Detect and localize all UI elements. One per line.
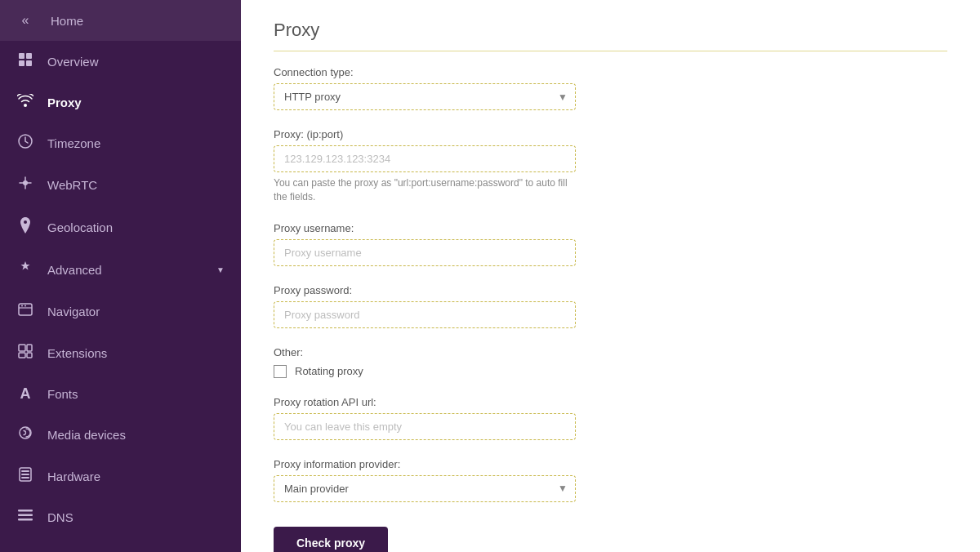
sidebar: « Home Overview Proxy Timezone WebRTC bbox=[0, 0, 241, 552]
sidebar-item-extensions[interactable]: Extensions bbox=[0, 332, 241, 374]
svg-point-8 bbox=[21, 305, 23, 307]
svg-rect-0 bbox=[19, 53, 24, 59]
advanced-arrow-icon: ▼ bbox=[216, 265, 225, 274]
proxy-username-label: Proxy username: bbox=[274, 222, 845, 234]
overview-icon bbox=[16, 52, 34, 71]
connection-type-select-wrapper: HTTP proxy HTTPS proxy SOCKS4 SOCKS5 No … bbox=[274, 83, 576, 110]
svg-rect-17 bbox=[21, 474, 29, 475]
sidebar-item-label: Timezone bbox=[47, 136, 100, 150]
svg-rect-1 bbox=[26, 53, 32, 59]
other-label: Other: bbox=[274, 346, 845, 358]
dns-icon bbox=[16, 509, 34, 525]
sidebar-item-geolocation[interactable]: Geolocation bbox=[0, 206, 241, 249]
sidebar-item-label: Home bbox=[51, 14, 83, 28]
svg-rect-11 bbox=[19, 353, 25, 358]
svg-rect-18 bbox=[21, 477, 29, 479]
rotating-proxy-label: Rotating proxy bbox=[295, 365, 363, 377]
geolocation-icon bbox=[16, 217, 34, 238]
proxy-rotation-field: Proxy rotation API url: bbox=[274, 396, 845, 440]
rotating-proxy-row: Rotating proxy bbox=[274, 365, 845, 378]
proxy-password-label: Proxy password: bbox=[274, 284, 845, 296]
sidebar-item-label: Media devices bbox=[47, 428, 126, 442]
sidebar-item-media-devices[interactable]: Media devices bbox=[0, 414, 241, 456]
proxy-rotation-input[interactable] bbox=[274, 413, 576, 440]
sidebar-item-label: Navigator bbox=[47, 305, 100, 318]
sidebar-item-webrtc[interactable]: WebRTC bbox=[0, 164, 241, 206]
proxy-ip-port-label: Proxy: (ip:port) bbox=[274, 128, 845, 140]
svg-rect-13 bbox=[27, 353, 32, 358]
navigator-icon bbox=[16, 302, 34, 321]
webrtc-icon bbox=[16, 176, 34, 194]
fonts-icon: A bbox=[16, 385, 34, 403]
proxy-rotation-label: Proxy rotation API url: bbox=[274, 396, 845, 408]
extensions-icon bbox=[16, 344, 34, 363]
hardware-icon bbox=[16, 467, 34, 486]
sidebar-item-label: Extensions bbox=[47, 346, 107, 360]
advanced-icon bbox=[16, 260, 34, 279]
sidebar-item-timezone[interactable]: Timezone bbox=[0, 122, 241, 164]
sidebar-item-home[interactable]: « Home bbox=[0, 0, 241, 41]
main-content: Proxy Connection type: HTTP proxy HTTPS … bbox=[241, 0, 980, 552]
sidebar-item-label: Hardware bbox=[47, 470, 100, 483]
proxy-hint-text: You can paste the proxy as "url:port:use… bbox=[274, 176, 576, 204]
svg-point-6 bbox=[24, 220, 27, 224]
svg-rect-20 bbox=[18, 514, 33, 517]
back-arrow-icon: « bbox=[16, 13, 34, 28]
sidebar-item-label: Advanced bbox=[47, 263, 102, 277]
svg-rect-19 bbox=[18, 510, 33, 512]
sidebar-item-label: WebRTC bbox=[47, 178, 97, 192]
media-devices-icon bbox=[16, 425, 34, 444]
svg-rect-21 bbox=[18, 519, 33, 521]
proxy-username-field: Proxy username: bbox=[274, 222, 845, 266]
sidebar-item-navigator[interactable]: Navigator bbox=[0, 291, 241, 332]
proxy-info-provider-select[interactable]: Main provider Secondary provider bbox=[274, 475, 576, 502]
sidebar-item-hardware[interactable]: Hardware bbox=[0, 456, 241, 497]
proxy-info-provider-label: Proxy information provider: bbox=[274, 458, 845, 470]
sidebar-item-fonts[interactable]: A Fonts bbox=[0, 374, 241, 414]
page-title: Proxy bbox=[274, 20, 947, 51]
check-proxy-button[interactable]: Check proxy bbox=[274, 527, 388, 552]
other-section: Other: Rotating proxy bbox=[274, 346, 845, 378]
sidebar-item-proxy[interactable]: Proxy bbox=[0, 82, 241, 122]
svg-rect-12 bbox=[27, 345, 32, 351]
sidebar-item-label: DNS bbox=[47, 510, 74, 524]
svg-rect-3 bbox=[26, 60, 32, 66]
rotating-proxy-checkbox[interactable] bbox=[274, 365, 287, 378]
proxy-password-input[interactable] bbox=[274, 301, 576, 328]
connection-type-label: Connection type: bbox=[274, 66, 845, 78]
timezone-icon bbox=[16, 134, 34, 153]
sidebar-item-label: Fonts bbox=[47, 387, 78, 401]
sidebar-item-label: Proxy bbox=[47, 96, 82, 109]
svg-rect-16 bbox=[21, 470, 29, 472]
sidebar-item-label: Overview bbox=[47, 55, 99, 69]
proxy-wifi-icon bbox=[16, 94, 34, 111]
svg-point-5 bbox=[23, 180, 28, 185]
proxy-form: Connection type: HTTP proxy HTTPS proxy … bbox=[274, 66, 845, 552]
proxy-ip-port-field: Proxy: (ip:port) You can paste the proxy… bbox=[274, 128, 845, 204]
proxy-username-input[interactable] bbox=[274, 239, 576, 266]
proxy-info-provider-select-wrapper: Main provider Secondary provider ▼ bbox=[274, 475, 576, 502]
connection-type-select[interactable]: HTTP proxy HTTPS proxy SOCKS4 SOCKS5 No … bbox=[274, 83, 576, 110]
connection-type-field: Connection type: HTTP proxy HTTPS proxy … bbox=[274, 66, 845, 110]
svg-point-9 bbox=[24, 305, 26, 307]
svg-rect-2 bbox=[19, 60, 24, 66]
proxy-password-field: Proxy password: bbox=[274, 284, 845, 328]
proxy-info-provider-field: Proxy information provider: Main provide… bbox=[274, 458, 845, 502]
proxy-ip-port-input[interactable] bbox=[274, 145, 576, 172]
sidebar-item-overview[interactable]: Overview bbox=[0, 41, 241, 82]
svg-rect-10 bbox=[19, 345, 25, 351]
sidebar-item-label: Geolocation bbox=[47, 220, 113, 234]
sidebar-item-advanced[interactable]: Advanced ▼ bbox=[0, 249, 241, 291]
sidebar-item-dns[interactable]: DNS bbox=[0, 497, 241, 536]
